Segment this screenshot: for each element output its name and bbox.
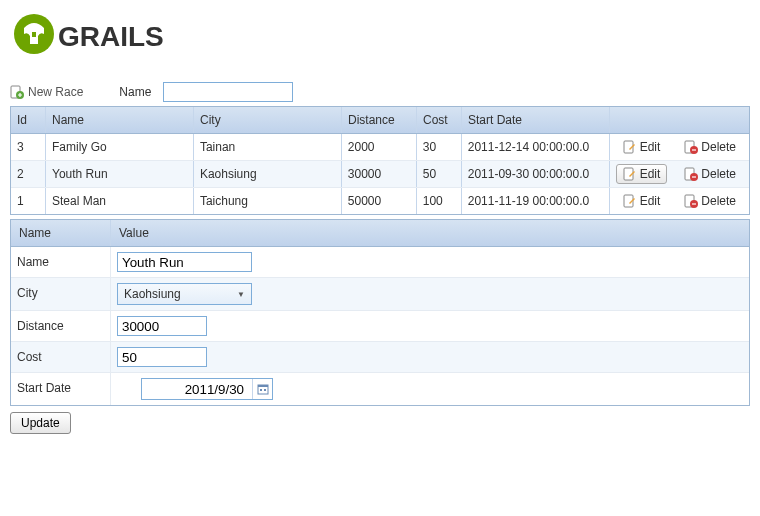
form-row-cost: Cost [11, 342, 749, 373]
distance-field[interactable] [117, 316, 207, 336]
cell-actions: Edit Delete [610, 161, 749, 187]
toolbar: New Race Name [10, 82, 750, 102]
delete-label: Delete [701, 167, 736, 181]
svg-rect-1 [32, 32, 36, 37]
edit-button[interactable]: Edit [616, 164, 668, 184]
svg-text:GRAILS: GRAILS [58, 21, 164, 52]
col-header-id[interactable]: Id [11, 107, 46, 133]
col-header-city[interactable]: City [194, 107, 342, 133]
table-row: 3 Family Go Tainan 2000 30 2011-12-14 00… [11, 134, 749, 161]
cell-name: Family Go [46, 134, 194, 160]
city-select-value: Kaohsiung [124, 287, 181, 301]
cell-name: Youth Run [46, 161, 194, 187]
form-header: Name Value [11, 220, 749, 247]
page-delete-icon [684, 194, 698, 208]
name-field[interactable] [117, 252, 252, 272]
cell-actions: Edit Delete [610, 188, 749, 214]
cell-city: Taichung [194, 188, 342, 214]
cell-startdate: 2011-09-30 00:00:00.0 [462, 161, 610, 187]
update-button[interactable]: Update [10, 412, 71, 434]
delete-label: Delete [701, 140, 736, 154]
page-add-icon [10, 85, 24, 99]
startdate-field[interactable] [141, 378, 273, 400]
cell-id: 1 [11, 188, 46, 214]
chevron-down-icon: ▼ [237, 290, 245, 299]
edit-label: Edit [640, 194, 661, 208]
city-select[interactable]: Kaohsiung ▼ [117, 283, 252, 305]
col-header-cost[interactable]: Cost [417, 107, 462, 133]
edit-label: Edit [640, 167, 661, 181]
calendar-icon[interactable] [252, 379, 272, 399]
form-label-startdate: Start Date [11, 373, 111, 405]
form-label-city: City [11, 278, 111, 310]
cell-startdate: 2011-11-19 00:00:00.0 [462, 188, 610, 214]
page-delete-icon [684, 167, 698, 181]
col-header-startdate[interactable]: Start Date [462, 107, 610, 133]
form-label-cost: Cost [11, 342, 111, 372]
form-header-name: Name [11, 220, 111, 246]
grid-header: Id Name City Distance Cost Start Date [11, 107, 749, 134]
cell-cost: 50 [417, 161, 462, 187]
new-race-button[interactable]: New Race [10, 85, 83, 99]
form-row-startdate: Start Date [11, 373, 749, 405]
pencil-icon [623, 194, 637, 208]
cell-cost: 100 [417, 188, 462, 214]
svg-rect-15 [258, 385, 268, 387]
form-header-value: Value [111, 220, 749, 246]
edit-button[interactable]: Edit [616, 191, 668, 211]
page-delete-icon [684, 140, 698, 154]
cell-actions: Edit Delete [610, 134, 749, 160]
col-header-name[interactable]: Name [46, 107, 194, 133]
cell-name: Steal Man [46, 188, 194, 214]
detail-form: Name Value Name City Kaohsiung ▼ Distanc… [10, 219, 750, 406]
cell-id: 3 [11, 134, 46, 160]
form-row-name: Name [11, 247, 749, 278]
delete-button[interactable]: Delete [677, 164, 743, 184]
cell-cost: 30 [417, 134, 462, 160]
cell-city: Kaohsiung [194, 161, 342, 187]
cell-distance: 50000 [342, 188, 417, 214]
svg-rect-17 [264, 389, 266, 391]
delete-button[interactable]: Delete [677, 137, 743, 157]
table-row: 2 Youth Run Kaohsiung 30000 50 2011-09-3… [11, 161, 749, 188]
cell-city: Tainan [194, 134, 342, 160]
logo: GRAILS [10, 10, 750, 58]
name-filter-input[interactable] [163, 82, 293, 102]
new-race-label: New Race [28, 85, 83, 99]
form-label-name: Name [11, 247, 111, 277]
form-label-distance: Distance [11, 311, 111, 341]
col-header-actions [610, 107, 749, 133]
pencil-icon [623, 140, 637, 154]
race-grid: Id Name City Distance Cost Start Date 3 … [10, 106, 750, 215]
form-row-city: City Kaohsiung ▼ [11, 278, 749, 311]
cost-field[interactable] [117, 347, 207, 367]
cell-startdate: 2011-12-14 00:00:00.0 [462, 134, 610, 160]
delete-button[interactable]: Delete [677, 191, 743, 211]
cell-distance: 30000 [342, 161, 417, 187]
cell-id: 2 [11, 161, 46, 187]
edit-label: Edit [640, 140, 661, 154]
pencil-icon [623, 167, 637, 181]
form-row-distance: Distance [11, 311, 749, 342]
table-row: 1 Steal Man Taichung 50000 100 2011-11-1… [11, 188, 749, 214]
svg-rect-16 [260, 389, 262, 391]
startdate-input[interactable] [142, 380, 252, 399]
edit-button[interactable]: Edit [616, 137, 668, 157]
delete-label: Delete [701, 194, 736, 208]
col-header-distance[interactable]: Distance [342, 107, 417, 133]
name-filter-label: Name [119, 85, 151, 99]
cell-distance: 2000 [342, 134, 417, 160]
